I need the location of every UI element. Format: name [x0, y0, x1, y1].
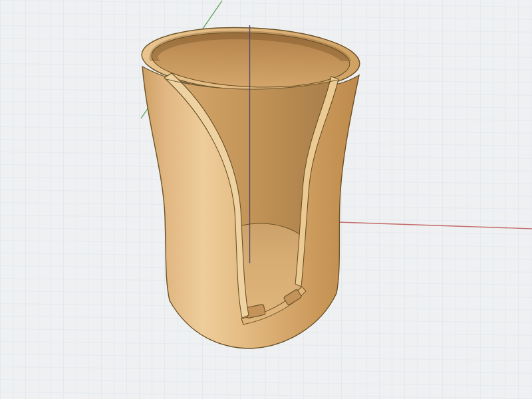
model-cup[interactable]	[140, 23, 361, 348]
cad-viewport[interactable]	[0, 0, 532, 399]
viewport-canvas[interactable]	[0, 0, 532, 399]
